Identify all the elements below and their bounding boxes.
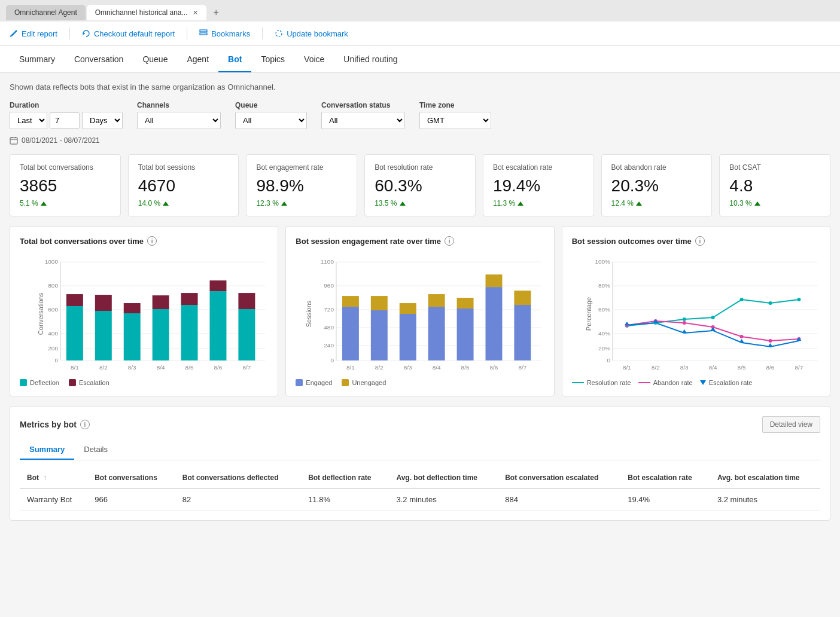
info-icon-3[interactable]: i	[695, 236, 705, 246]
chart1-legend: Deflection Escalation	[20, 379, 268, 386]
svg-rect-58	[400, 314, 416, 361]
cell-deflection-rate: 11.8%	[301, 488, 389, 511]
col-escalated[interactable]: Bot conversation escalated	[498, 468, 620, 488]
svg-rect-26	[153, 295, 169, 309]
arrow-up-icon	[400, 201, 406, 206]
svg-point-94	[768, 301, 772, 305]
svg-text:0: 0	[607, 357, 610, 364]
nav-tab-topics[interactable]: Topics	[251, 46, 294, 72]
sub-tab-details[interactable]: Details	[74, 440, 117, 460]
svg-rect-24	[124, 303, 141, 313]
duration-type-select[interactable]: Last	[10, 112, 47, 129]
main-content: Shown data reflects bots that exist in t…	[0, 73, 840, 617]
divider	[187, 28, 187, 39]
svg-text:8/7: 8/7	[795, 364, 803, 371]
kpi-total-conversations: Total bot conversations 3865 5.1 %	[10, 154, 121, 216]
add-tab-button[interactable]: +	[208, 4, 225, 22]
kpi-change-escalation: 11.3 %	[493, 199, 584, 207]
sync-icon	[275, 29, 283, 38]
checkout-default-button[interactable]: Checkout default report	[82, 29, 175, 38]
svg-text:8/3: 8/3	[680, 364, 688, 371]
detailed-view-button[interactable]: Detailed view	[762, 416, 820, 433]
divider	[69, 28, 70, 39]
update-bookmark-button[interactable]: Update bookmark	[275, 29, 348, 38]
cell-bot-name: Warranty Bot	[20, 488, 87, 511]
arrow-up-icon	[636, 201, 642, 206]
nav-tabs: Summary Conversation Queue Agent Bot Top…	[0, 46, 840, 73]
sub-tab-summary[interactable]: Summary	[20, 440, 74, 460]
col-deflection-rate[interactable]: Bot deflection rate	[301, 468, 389, 488]
queue-filter: Queue All	[235, 101, 307, 129]
svg-rect-27	[181, 305, 198, 361]
kpi-abandon-rate: Bot abandon rate 20.3% 12.4 %	[601, 154, 713, 216]
conv-status-select[interactable]: All	[321, 112, 405, 129]
chart-outcomes-over-time: Bot session outcomes over time i Percent…	[562, 226, 830, 396]
col-escalation-rate[interactable]: Bot escalation rate	[620, 468, 710, 488]
browser-tab-agent[interactable]: Omnichannel Agent	[6, 5, 86, 20]
arrow-up-icon	[281, 201, 287, 206]
kpi-change-sessions: 14.0 %	[138, 199, 229, 207]
svg-text:400: 400	[48, 330, 58, 337]
queue-select[interactable]: All	[235, 112, 307, 129]
nav-tab-queue[interactable]: Queue	[133, 46, 177, 72]
arrow-up-icon	[41, 201, 47, 206]
bookmarks-button[interactable]: Bookmarks	[199, 29, 250, 38]
svg-text:8/3: 8/3	[128, 364, 136, 371]
channels-select[interactable]: All	[137, 112, 221, 129]
svg-text:Day: Day	[431, 372, 442, 372]
duration-unit-select[interactable]: Days	[82, 112, 123, 129]
svg-rect-22	[95, 295, 112, 311]
svg-rect-66	[515, 305, 531, 361]
svg-text:80%: 80%	[598, 282, 610, 289]
cell-escalation-rate: 19.4%	[620, 488, 710, 511]
svg-text:480: 480	[324, 324, 334, 331]
nav-tab-voice[interactable]: Voice	[294, 46, 334, 72]
info-icon-2[interactable]: i	[445, 236, 454, 246]
svg-text:Day: Day	[156, 372, 166, 372]
timezone-filter: Time zone GMT	[419, 101, 491, 129]
nav-tab-conversation[interactable]: Conversation	[65, 46, 133, 72]
nav-tab-bot[interactable]: Bot	[218, 46, 251, 72]
svg-text:960: 960	[324, 282, 334, 289]
nav-tab-summary[interactable]: Summary	[10, 46, 65, 72]
kpi-change-abandon: 12.4 %	[611, 199, 702, 207]
kpi-escalation-rate: Bot escalation rate 19.4% 11.3 %	[483, 154, 594, 216]
nav-tab-agent[interactable]: Agent	[177, 46, 218, 72]
kpi-change-resolution: 13.5 %	[375, 199, 465, 207]
svg-text:8/4: 8/4	[708, 364, 717, 371]
metrics-sub-tabs: Summary Details	[20, 440, 820, 460]
close-icon[interactable]: ✕	[193, 9, 198, 17]
chart-engagement-over-time: Bot session engagement rate over time i …	[285, 226, 554, 396]
svg-text:8/5: 8/5	[461, 364, 470, 371]
svg-text:8/6: 8/6	[490, 364, 498, 371]
col-avg-deflection-time[interactable]: Avg. bot deflection time	[389, 468, 498, 488]
col-conversations[interactable]: Bot conversations	[87, 468, 175, 488]
duration-value-input[interactable]	[50, 112, 80, 129]
svg-rect-54	[342, 307, 359, 361]
svg-rect-23	[124, 313, 141, 361]
svg-text:8/1: 8/1	[71, 364, 79, 371]
info-icon[interactable]: i	[147, 236, 157, 246]
col-deflected[interactable]: Bot conversations deflected	[175, 468, 301, 488]
channels-filter: Channels All	[137, 101, 221, 129]
svg-text:600: 600	[48, 306, 58, 313]
svg-rect-67	[515, 291, 531, 305]
metrics-info-icon[interactable]: i	[80, 420, 90, 429]
col-bot[interactable]: Bot ↑	[20, 468, 87, 488]
nav-tab-unified-routing[interactable]: Unified routing	[334, 46, 407, 72]
svg-rect-32	[238, 293, 255, 309]
browser-tab-historical[interactable]: Omnichannel historical ana... ✕	[87, 5, 206, 20]
kpi-row: Total bot conversations 3865 5.1 % Total…	[10, 154, 830, 216]
svg-rect-64	[486, 287, 503, 361]
kpi-total-sessions: Total bot sessions 4670 14.0 %	[128, 154, 239, 216]
svg-rect-59	[400, 303, 416, 314]
col-avg-escalation-time[interactable]: Avg. bot escalation time	[710, 468, 820, 488]
bar-chart-1: 1000 800 600 400 200 0	[41, 253, 268, 372]
svg-marker-103	[625, 322, 629, 325]
edit-report-button[interactable]: Edit report	[10, 29, 57, 38]
timezone-select[interactable]: GMT	[419, 112, 491, 129]
svg-text:8/4: 8/4	[157, 364, 165, 371]
svg-rect-61	[428, 294, 445, 307]
svg-rect-20	[66, 294, 83, 306]
svg-point-100	[739, 335, 743, 338]
